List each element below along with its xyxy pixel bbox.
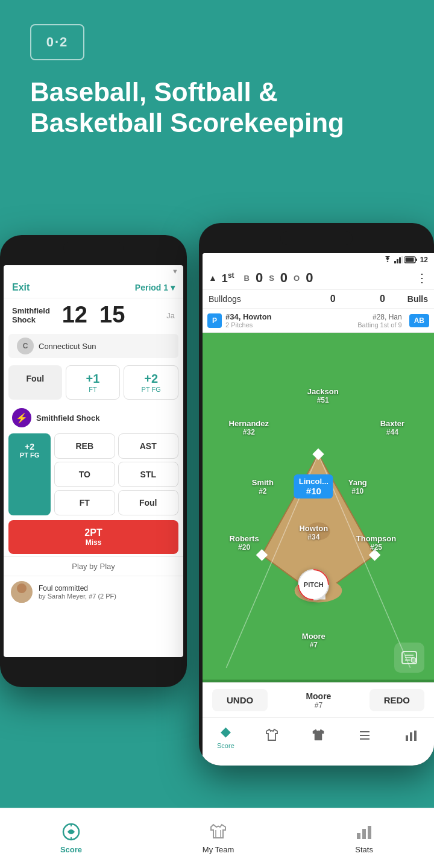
period-selector[interactable]: Period 1 ▾ <box>135 283 175 292</box>
bball-header: Exit Period 1 ▾ <box>4 277 183 298</box>
ab-badge: AB <box>409 314 429 327</box>
score-icon <box>61 822 81 841</box>
stat-grid: REB AST TO STL FT Foul <box>54 433 178 515</box>
plus2-fg-button[interactable]: +2 PT FG <box>124 365 178 400</box>
nav-list[interactable] <box>341 728 388 745</box>
player-lincoln-active: Lincol...#10 <box>294 474 333 498</box>
ast-button[interactable]: AST <box>118 433 179 459</box>
player-avatar <box>11 581 33 603</box>
foul-stat-button[interactable]: Foul <box>118 490 179 515</box>
team2-name: Smithfield Shock <box>36 414 99 423</box>
status-bar-left: ▼ <box>4 265 183 277</box>
nav-chart[interactable] <box>388 728 434 745</box>
b-label: B <box>244 274 250 283</box>
team2-icon: ⚡ <box>12 408 31 427</box>
svg-rect-36 <box>357 833 360 839</box>
plus2-active-button[interactable]: +2 PT FG <box>8 433 51 515</box>
score-row: SmithfieldShock 12 15 Ja <box>4 298 183 332</box>
score-nav-icon: ◆ <box>221 724 231 740</box>
reb-button[interactable]: REB <box>54 433 115 459</box>
field-svg <box>203 333 434 682</box>
status-time: 12 <box>420 256 428 264</box>
basketball-screen: ▼ Exit Period 1 ▾ SmithfieldShock 12 <box>4 265 183 657</box>
nav-item-my-team[interactable]: My Team <box>203 822 234 854</box>
svg-rect-5 <box>401 256 403 263</box>
player-hernandez: Hernandez#32 <box>229 418 269 436</box>
event-main: Foul committed <box>39 584 116 593</box>
b-val: 0 <box>256 270 263 286</box>
nav-item-score[interactable]: Score <box>60 822 82 854</box>
team-c-name: Connecticut Sun <box>39 342 96 351</box>
smithfield-shock-row[interactable]: ⚡ Smithfield Shock <box>4 404 183 431</box>
home-score-1: 0 <box>308 294 357 304</box>
chart-icon <box>404 728 418 743</box>
plus1-ft-button[interactable]: +1 FT <box>66 365 121 400</box>
nav-item-stats[interactable]: Stats <box>354 822 374 854</box>
jersey1-icon <box>265 728 279 743</box>
to-button[interactable]: TO <box>54 462 115 487</box>
nav-score[interactable]: ◆ Score <box>203 724 249 749</box>
play-by-play[interactable]: Play by Play <box>4 556 183 576</box>
phone-right: 12 ▲ 1st B 0 S 0 O 0 ⋮ <box>199 223 434 766</box>
foul-button[interactable]: Foul <box>8 365 62 400</box>
svg-rect-37 <box>362 829 366 839</box>
undo-button[interactable]: UNDO <box>212 689 268 711</box>
score-display: 12 15 <box>62 302 125 328</box>
connecticut-sun-row[interactable]: C Connecticut Sun <box>8 334 178 358</box>
svg-rect-4 <box>399 257 401 263</box>
player-moore: Moore#7 <box>302 632 326 649</box>
pitcher-badge: P <box>207 313 222 328</box>
svg-point-1 <box>14 594 29 603</box>
action-row2: +2 PT FG REB AST TO STL FT Foul <box>4 431 183 518</box>
top-section: 0·2 Baseball, Softball & Basketball Scor… <box>0 0 434 223</box>
player-thompson: Thompson#25 <box>356 534 396 552</box>
app-bottom-nav: Score My Team Stats <box>0 808 434 868</box>
score-left: 12 <box>62 302 87 328</box>
scorecard-icon[interactable] <box>394 643 424 673</box>
logo-text: 0·2 <box>46 34 69 50</box>
stl-button[interactable]: STL <box>118 462 179 487</box>
event-sub: by Sarah Meyer, #7 (2 PF) <box>39 593 116 600</box>
baseball-bottom-nav: ◆ Score <box>203 717 434 752</box>
baseball-action-bar: UNDO Moore #7 REDO <box>203 682 434 717</box>
stats-label: Stats <box>355 845 373 854</box>
svg-rect-28 <box>406 735 408 741</box>
player-roberts: Roberts#20 <box>230 534 259 552</box>
svg-point-24 <box>411 658 416 662</box>
s-label: S <box>269 274 274 283</box>
pitcher-field-num: #7 <box>268 701 369 709</box>
nav-jersey1[interactable] <box>249 728 295 745</box>
svg-rect-3 <box>397 259 398 263</box>
player-jackson: Jackson#51 <box>307 387 339 404</box>
more-button[interactable]: ⋮ <box>416 271 428 285</box>
pitcher-pitches: 2 Pitches <box>225 321 312 329</box>
team-left-name: SmithfieldShock <box>12 306 57 324</box>
scoreboard-row: Bulldogs 0 0 Bulls <box>203 290 434 309</box>
pitcher-batter-row: P #34, Howton 2 Pitches #28, Han Batting… <box>203 309 434 333</box>
svg-rect-38 <box>368 826 371 839</box>
baseball-field: Jackson#51 Hernandez#32 Baxter#44 Smith#… <box>203 333 434 682</box>
ft-button[interactable]: FT <box>54 490 115 515</box>
team-c-avatar: C <box>17 338 34 354</box>
away-team: Bulls <box>407 294 428 304</box>
event-row: Foul committed by Sarah Meyer, #7 (2 PF) <box>4 576 183 608</box>
exit-button[interactable]: Exit <box>12 282 30 293</box>
action-buttons-row1: Foul +1 FT +2 PT FG <box>4 360 183 404</box>
miss-button[interactable]: 2PT Miss <box>8 520 178 554</box>
list-icon <box>357 728 372 743</box>
jersey2-icon <box>311 728 326 743</box>
pitch-ball: PITCH <box>298 569 329 600</box>
score-nav-label: Score <box>60 845 82 854</box>
svg-rect-30 <box>414 731 417 741</box>
score-right: 15 <box>99 302 125 328</box>
phone-notch-left <box>63 242 124 254</box>
svg-rect-29 <box>410 732 412 741</box>
baseball-screen: 12 ▲ 1st B 0 S 0 O 0 ⋮ <box>203 253 434 766</box>
player-howton: Howton#34 <box>299 523 328 541</box>
o-label: O <box>294 274 300 283</box>
nav-jersey2[interactable] <box>295 728 342 745</box>
svg-rect-8 <box>405 258 414 262</box>
redo-button[interactable]: REDO <box>370 689 424 711</box>
my-team-label: My Team <box>203 845 234 854</box>
svg-point-0 <box>17 583 27 593</box>
